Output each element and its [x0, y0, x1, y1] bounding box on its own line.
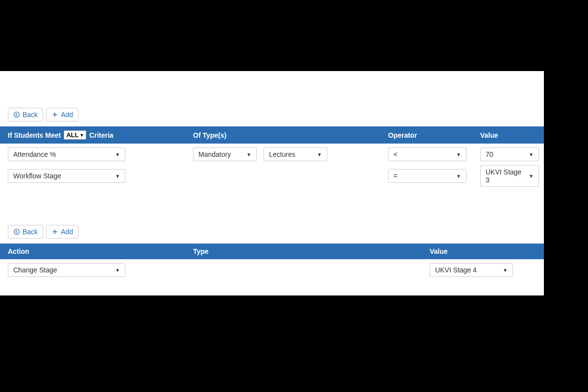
- criteria-select[interactable]: Attendance % ▼: [8, 147, 125, 161]
- svg-point-1: [14, 229, 20, 235]
- add-button[interactable]: Add: [46, 225, 78, 239]
- criteria-select-value: Attendance %: [13, 150, 56, 158]
- type2-select[interactable]: Lectures ▼: [264, 147, 327, 161]
- criteria-row: Workflow Stage ▼ = ▼ UKVI Stage 3 ▼: [8, 165, 536, 187]
- svg-point-0: [14, 112, 20, 118]
- chevron-down-icon: ▼: [456, 173, 461, 179]
- type1-select-value: Mandatory: [198, 150, 231, 158]
- action-toolbar: Back Add: [0, 225, 544, 244]
- back-button-label: Back: [23, 111, 38, 119]
- criteria-row: Attendance % ▼ Mandatory ▼ Lectures ▼: [8, 147, 536, 161]
- criteria-section: Back Add If Students Meet ALL ▼ Criteria: [0, 71, 544, 205]
- panel: Back Add If Students Meet ALL ▼ Criteria: [0, 71, 544, 295]
- criteria-header-operator: Operator: [388, 131, 476, 139]
- operator-select[interactable]: < ▼: [388, 147, 466, 161]
- chevron-down-icon: ▼: [529, 152, 534, 157]
- plus-icon: [51, 228, 58, 235]
- chevron-down-icon: ▼: [79, 133, 84, 138]
- criteria-header-value: Value: [480, 131, 536, 139]
- action-row: Change Stage ▼ UKVI Stage 4 ▼: [8, 263, 536, 277]
- criteria-header-type: Of Type(s): [193, 131, 384, 139]
- chevron-down-icon: ▼: [529, 173, 534, 179]
- back-circle-icon: [13, 111, 20, 118]
- action-value-select[interactable]: UKVI Stage 4 ▼: [430, 263, 513, 277]
- chevron-down-icon: ▼: [317, 152, 322, 157]
- operator-select[interactable]: = ▼: [388, 169, 466, 183]
- chevron-down-icon: ▼: [456, 152, 461, 157]
- plus-icon: [51, 111, 58, 118]
- criteria-select-value: Workflow Stage: [13, 172, 61, 180]
- action-header-value: Value: [430, 247, 536, 255]
- chevron-down-icon: ▼: [246, 152, 251, 157]
- chevron-down-icon: ▼: [115, 152, 120, 157]
- quantifier-value: ALL: [66, 131, 78, 139]
- action-rows: Change Stage ▼ UKVI Stage 4 ▼: [0, 259, 544, 277]
- chevron-down-icon: ▼: [115, 268, 120, 273]
- back-button-label: Back: [23, 228, 38, 236]
- chevron-down-icon: ▼: [503, 268, 508, 273]
- action-value-select-value: UKVI Stage 4: [435, 266, 477, 274]
- value-select[interactable]: 70 ▼: [480, 147, 539, 161]
- criteria-select[interactable]: Workflow Stage ▼: [8, 169, 125, 183]
- action-select-value: Change Stage: [13, 266, 57, 274]
- value-select-value: 70: [486, 150, 493, 158]
- action-header-bar: Action Type Value: [0, 244, 544, 259]
- action-section: Back Add Action Type Value Change Stage: [0, 205, 544, 295]
- action-header-type: Type: [193, 247, 426, 255]
- value-select[interactable]: UKVI Stage 3 ▼: [480, 165, 539, 187]
- add-button-label: Add: [61, 111, 73, 119]
- action-select[interactable]: Change Stage ▼: [8, 263, 125, 277]
- chevron-down-icon: ▼: [115, 173, 120, 179]
- back-button[interactable]: Back: [8, 225, 43, 239]
- operator-select-value: <: [393, 150, 397, 158]
- criteria-header-suffix: Criteria: [89, 131, 113, 139]
- criteria-header-prefix: If Students Meet: [8, 131, 61, 139]
- criteria-toolbar: Back Add: [0, 108, 544, 126]
- quantifier-select[interactable]: ALL ▼: [64, 130, 86, 140]
- add-button-label: Add: [61, 228, 73, 236]
- back-circle-icon: [13, 228, 20, 235]
- back-button[interactable]: Back: [8, 108, 43, 122]
- operator-select-value: =: [393, 172, 397, 180]
- type2-select-value: Lectures: [269, 150, 295, 158]
- action-header-action: Action: [8, 247, 189, 255]
- add-button[interactable]: Add: [46, 108, 78, 122]
- criteria-header-bar: If Students Meet ALL ▼ Criteria Of Type(…: [0, 126, 544, 144]
- value-select-value: UKVI Stage 3: [486, 168, 525, 184]
- criteria-rows: Attendance % ▼ Mandatory ▼ Lectures ▼: [0, 144, 544, 187]
- type1-select[interactable]: Mandatory ▼: [193, 147, 257, 161]
